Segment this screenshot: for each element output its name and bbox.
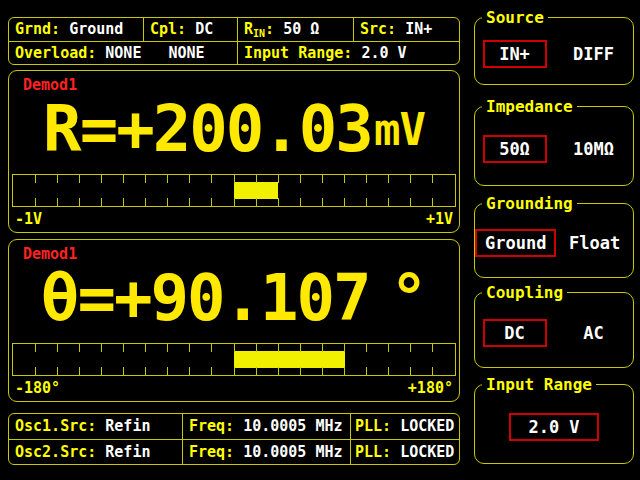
impedance-10mohm-button[interactable]: 10MΩ: [562, 135, 626, 163]
meter-tick: [79, 198, 80, 206]
meter-tick: [79, 175, 80, 183]
grounding-float-button[interactable]: Float: [559, 229, 630, 257]
impedance-group: Impedance 50Ω 10MΩ: [474, 106, 634, 186]
meter-tick: [344, 367, 345, 375]
meter-tick: [366, 344, 367, 352]
meter-tick: [101, 198, 102, 206]
meter-tick: [167, 344, 168, 352]
meter-fill: [234, 182, 278, 199]
meter-tick: [432, 344, 433, 352]
theta-reading-unit: °: [390, 261, 428, 335]
meter-tick: [344, 175, 345, 183]
meter-tick: [300, 198, 301, 206]
status-row-2: Overload: NONE NONE Input Range: 2.0 V: [9, 42, 459, 65]
grounding-group-title: Grounding: [482, 194, 577, 213]
osc2-pll-status: PLL: LOCKED: [351, 440, 459, 465]
theta-reading: θ=+90.107°: [9, 254, 459, 342]
meter-tick: [35, 344, 36, 352]
meter-tick: [300, 367, 301, 375]
coupling-ac-button[interactable]: AC: [562, 319, 626, 347]
impedance-50ohm-button[interactable]: 50Ω: [483, 135, 547, 163]
rin-label: RIN:: [244, 20, 274, 38]
meter-tick: [57, 198, 58, 206]
meter-tick: [410, 367, 411, 375]
coupling-dc-button[interactable]: DC: [483, 319, 547, 347]
meter-tick: [366, 367, 367, 375]
meter-tick: [432, 198, 433, 206]
meter-tick: [101, 175, 102, 183]
theta-bar-meter: [12, 343, 456, 376]
grounding-ground-button[interactable]: Ground: [475, 229, 556, 257]
r-reading-unit: mV: [374, 104, 425, 155]
meter-tick: [234, 175, 235, 183]
cpl-label: Cpl:: [150, 20, 186, 38]
input-range-status: Input Range: 2.0 V: [238, 42, 459, 65]
meter-tick: [145, 175, 146, 183]
meter-tick: [278, 344, 279, 352]
meter-tick: [366, 198, 367, 206]
source-diff-button[interactable]: DIFF: [562, 40, 626, 68]
meter-tick: [101, 344, 102, 352]
input-range-group: Input Range 2.0 V: [474, 384, 634, 464]
meter-tick: [211, 367, 212, 375]
coupling-status: Cpl: DC: [144, 18, 238, 41]
meter-tick: [145, 344, 146, 352]
osc1-row: Osc1.Src: Refin Freq: 10.0005 MHz PLL: L…: [9, 414, 459, 440]
cpl-value: DC: [186, 20, 213, 38]
source-group: Source IN+ DIFF: [474, 17, 634, 85]
meter-tick: [322, 344, 323, 352]
impedance-group-title: Impedance: [482, 97, 577, 116]
meter-tick: [145, 198, 146, 206]
input-range-group-title: Input Range: [482, 375, 596, 394]
meter-tick: [300, 344, 301, 352]
grounding-options: Ground Float: [475, 204, 633, 277]
meter-tick: [234, 344, 235, 352]
meter-tick: [432, 175, 433, 183]
meter-tick: [57, 367, 58, 375]
meter-tick: [410, 344, 411, 352]
r-meter-min-label: -1V: [15, 209, 42, 229]
meter-tick: [167, 175, 168, 183]
grounding-status: Grnd: Ground: [9, 18, 144, 41]
meter-tick: [234, 367, 235, 375]
meter-tick: [35, 175, 36, 183]
meter-tick: [123, 198, 124, 206]
overload-label: Overload:: [15, 44, 96, 62]
input-range-value: 2.0 V: [352, 44, 406, 62]
coupling-group-title: Coupling: [482, 283, 567, 302]
source-in-plus-button[interactable]: IN+: [483, 40, 547, 68]
osc1-pll-status: PLL: LOCKED: [351, 414, 459, 439]
src-label: Src:: [360, 20, 396, 38]
meter-tick: [123, 344, 124, 352]
impedance-options: 50Ω 10MΩ: [475, 107, 633, 185]
meter-tick: [57, 344, 58, 352]
overload-status: Overload: NONE NONE: [9, 42, 238, 65]
meter-tick: [256, 367, 257, 375]
meter-tick: [211, 175, 212, 183]
meter-tick: [101, 367, 102, 375]
meter-tick: [278, 175, 279, 183]
overload-value: NONE NONE: [96, 44, 204, 62]
source-status: Src: IN+: [354, 18, 459, 41]
meter-tick: [388, 198, 389, 206]
osc1-source: Osc1.Src: Refin: [9, 414, 183, 439]
meter-tick: [189, 344, 190, 352]
osc1-frequency: Freq: 10.0005 MHz: [183, 414, 351, 439]
meter-tick: [211, 344, 212, 352]
input-range-label: Input Range:: [244, 44, 352, 62]
meter-tick: [79, 344, 80, 352]
lockin-amplifier-screen: Grnd: Ground Cpl: DC RIN: 50 Ω Src: IN+ …: [0, 0, 640, 480]
theta-phase-panel: Demod1 θ=+90.107° -180° +180°: [8, 239, 460, 402]
meter-tick: [35, 367, 36, 375]
input-impedance-status: RIN: 50 Ω: [238, 18, 354, 41]
osc2-frequency: Freq: 10.0005 MHz: [183, 440, 351, 465]
meter-tick: [388, 344, 389, 352]
meter-tick: [234, 198, 235, 206]
meter-tick: [189, 367, 190, 375]
meter-tick: [322, 198, 323, 206]
source-group-title: Source: [482, 8, 548, 27]
r-bar-meter: [12, 174, 456, 207]
src-value: IN+: [396, 20, 432, 38]
input-range-value-button[interactable]: 2.0 V: [509, 413, 599, 441]
meter-tick: [123, 175, 124, 183]
